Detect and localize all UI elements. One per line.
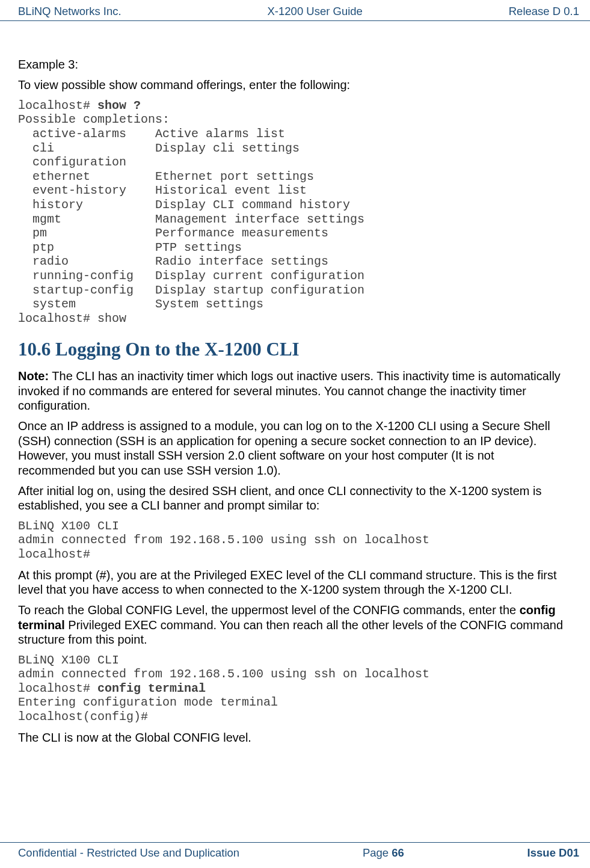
section-heading: 10.6 Logging On to the X-1200 CLI	[18, 339, 564, 360]
page-footer: Confidential - Restricted Use and Duplic…	[0, 842, 590, 860]
page: BLiNQ Networks Inc. X-1200 User Guide Re…	[0, 0, 590, 868]
code-bold: config terminal	[97, 682, 206, 695]
code-line: configuration	[18, 155, 126, 169]
note-paragraph: Note: The CLI has an inactivity timer wh…	[18, 369, 564, 413]
code-line: ethernet Ethernet port settings	[18, 170, 314, 183]
content: Example 3: To view possible show command…	[0, 21, 590, 745]
code-line: mgmt Management interface settings	[18, 212, 364, 226]
intro-show-command: To view possible show command offerings,…	[18, 78, 564, 92]
code-line: system System settings	[18, 297, 263, 311]
code-line: radio Radio interface settings	[18, 254, 328, 268]
code-line: Possible completions:	[18, 112, 170, 126]
code-line: cli Display cli settings	[18, 141, 300, 155]
code-line: event-history Historical event list	[18, 183, 307, 197]
code-line: local​host#	[18, 682, 97, 695]
code-block-banner: BLiNQ X100 CLI admin connected from 192.…	[18, 519, 564, 562]
code-block-show: local​host# show ? Possible completions:…	[18, 99, 564, 326]
privexec-paragraph: At this prompt (#), you are at the Privi…	[18, 568, 564, 597]
footer-right: Issue D01	[527, 846, 579, 860]
page-header: BLiNQ Networks Inc. X-1200 User Guide Re…	[0, 0, 590, 21]
code-line: local​host# show	[18, 312, 126, 325]
page-label: Page	[363, 846, 392, 859]
code-line: BLiNQ X100 CLI	[18, 519, 119, 533]
code-line: Entering configuration mode terminal	[18, 695, 278, 709]
code-line: local​host#	[18, 547, 90, 561]
code-line: BLiNQ X100 CLI	[18, 653, 119, 667]
ssh-paragraph: Once an IP address is assigned to a modu…	[18, 419, 564, 478]
text: Privileged EXEC command. You can then re…	[18, 618, 563, 646]
header-center: X-1200 User Guide	[268, 5, 363, 18]
code-line: admin connected from 192.168.5.100 using…	[18, 533, 429, 547]
example-label: Example 3:	[18, 57, 564, 72]
code-line: startup-config Display startup configura…	[18, 283, 364, 297]
config-terminal-paragraph: To reach the Global CONFIG Level, the up…	[18, 603, 564, 647]
footer-center: Page 66	[363, 846, 404, 860]
note-label: Note:	[18, 369, 49, 383]
header-left: BLiNQ Networks Inc.	[18, 5, 121, 18]
banner-intro: After initial log on, using the desired …	[18, 484, 564, 513]
note-body: The CLI has an inactivity timer which lo…	[18, 369, 561, 412]
code-line: admin connected from 192.168.5.100 using…	[18, 667, 429, 681]
code-line: pm Performance measurements	[18, 226, 328, 240]
code-bold: show ?	[97, 99, 141, 112]
code-line: running-config Display current configura…	[18, 269, 364, 283]
code-line: history Display CLI command history	[18, 198, 350, 212]
code-line: ptp PTP settings	[18, 241, 242, 254]
text: To reach the Global CONFIG Level, the up…	[18, 603, 520, 617]
page-number: 66	[392, 846, 404, 859]
code-line: local​host(config)#	[18, 710, 148, 724]
global-config-paragraph: The CLI is now at the Global CONFIG leve…	[18, 730, 564, 745]
code-line: active-alarms Active alarms list	[18, 127, 285, 141]
code-line: local​host#	[18, 99, 97, 112]
header-right: Release D 0.1	[509, 5, 579, 18]
footer-left: Confidential - Restricted Use and Duplic…	[18, 846, 239, 860]
code-block-config: BLiNQ X100 CLI admin connected from 192.…	[18, 653, 564, 724]
